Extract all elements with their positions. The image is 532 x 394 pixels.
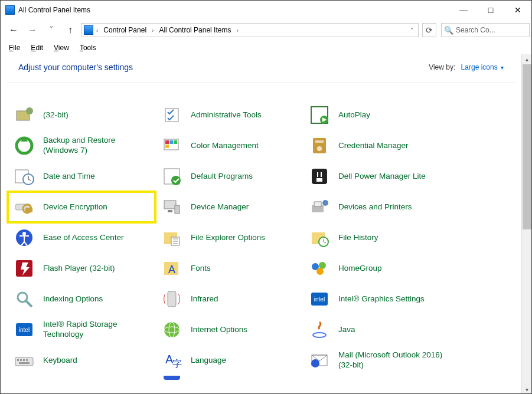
svg-point-42: [18, 293, 27, 302]
svg-rect-58: [19, 362, 30, 364]
svg-rect-31: [314, 202, 321, 206]
item-label: HomeGroup: [338, 264, 382, 274]
address-dropdown-button[interactable]: ˅: [408, 27, 416, 34]
item-homegroup[interactable]: HomeGroup: [303, 253, 462, 284]
item-infrared[interactable]: Infrared: [155, 284, 303, 314]
item-indexing[interactable]: Indexing Options: [8, 284, 155, 314]
item-autoplay[interactable]: AutoPlay: [303, 100, 462, 130]
item-devmgr[interactable]: Device Manager: [155, 192, 303, 222]
item-label: Mail (Microsoft Outlook 2016) (32-bit): [338, 350, 456, 370]
item-label: File Explorer Options: [191, 233, 265, 243]
forward-button[interactable]: →: [24, 22, 41, 38]
item-defprog[interactable]: Default Programs: [155, 161, 303, 192]
svg-rect-12: [165, 145, 169, 148]
item-ease[interactable]: Ease of Access Center: [8, 222, 155, 253]
keyboard-icon: [14, 350, 35, 371]
item-devenc[interactable]: Device Encryption: [8, 192, 155, 222]
back-button[interactable]: ←: [5, 22, 22, 38]
scroll-down-button[interactable]: ▾: [522, 385, 531, 394]
item-colormgmt[interactable]: Color Management: [155, 130, 303, 161]
breadcrumb-control-panel[interactable]: Control Panel: [101, 25, 149, 35]
item-devprint[interactable]: Devices and Printers: [303, 192, 462, 222]
item-label: Ease of Access Center: [43, 233, 124, 243]
item-language[interactable]: A字Language: [155, 345, 303, 376]
colormgmt-icon: [161, 135, 182, 156]
item-netshare[interactable]: Network and Sharing: [155, 376, 303, 384]
feopt-icon: [161, 227, 182, 248]
filehist-icon: [309, 227, 330, 248]
refresh-button[interactable]: ⟳: [422, 23, 436, 37]
chevron-right-icon: ›: [151, 27, 155, 34]
item-label: Default Programs: [191, 172, 253, 182]
credmgr-icon: [309, 135, 330, 156]
svg-text:字: 字: [172, 359, 182, 369]
item-label: Device Encryption: [43, 202, 107, 212]
breadcrumb-all-items[interactable]: All Control Panel Items: [156, 25, 233, 35]
menu-bar: File Edit View Tools: [1, 41, 531, 54]
item-mail[interactable]: Mail (Microsoft Outlook 2016) (32-bit): [303, 345, 462, 376]
view-by-control[interactable]: View by: Large icons ▾: [429, 63, 504, 71]
recent-locations-button[interactable]: ˅: [43, 22, 60, 38]
menu-edit[interactable]: Edit: [26, 42, 48, 53]
minimize-button[interactable]: —: [450, 1, 477, 19]
search-placeholder: Search Co...: [456, 26, 495, 34]
up-button[interactable]: ↑: [62, 22, 79, 38]
svg-rect-56: [23, 359, 25, 361]
title-bar: All Control Panel Items — □ ✕: [1, 1, 531, 19]
svg-rect-29: [175, 205, 179, 214]
search-box[interactable]: 🔍 Search Co...: [441, 23, 530, 37]
svg-rect-26: [25, 208, 32, 212]
item-backup[interactable]: Backup and Restore (Windows 7): [8, 130, 155, 161]
caret-down-icon: ▾: [501, 64, 504, 71]
item-java[interactable]: Java: [303, 314, 462, 345]
menu-file[interactable]: File: [4, 42, 25, 53]
datetime-icon: [14, 166, 35, 187]
item-intelrst[interactable]: intelIntel® Rapid Storage Technology: [8, 314, 155, 345]
svg-rect-54: [17, 359, 19, 361]
item-intelgfx[interactable]: intelIntel® Graphics Settings: [303, 284, 462, 314]
item-datetime[interactable]: Date and Time: [8, 161, 155, 192]
item-filehist[interactable]: File History: [303, 222, 462, 253]
view-by-label: View by:: [429, 63, 455, 71]
menu-tools[interactable]: Tools: [75, 42, 101, 53]
close-button[interactable]: ✕: [504, 1, 531, 19]
item-label: Devices and Printers: [338, 202, 412, 212]
ease-icon: [14, 227, 35, 248]
indexing-icon: [14, 288, 35, 310]
inetopt-icon: [161, 319, 182, 340]
language-icon: A字: [161, 350, 182, 371]
homegroup-icon: [309, 258, 330, 279]
item-label: Java: [338, 325, 355, 335]
item-keyboard[interactable]: Keyboard: [8, 345, 155, 376]
item-dellpower[interactable]: Dell Power Manager Lite: [303, 161, 462, 192]
maximize-button[interactable]: □: [477, 1, 504, 19]
control-panel-mini-icon: [84, 25, 93, 35]
address-bar[interactable]: › Control Panel › All Control Panel Item…: [81, 23, 419, 37]
svg-rect-11: [174, 140, 177, 144]
svg-rect-53: [15, 357, 33, 366]
item-label: Administrative Tools: [191, 110, 262, 120]
item-admintools[interactable]: Administrative Tools: [155, 100, 303, 130]
svg-point-49: [164, 322, 179, 337]
scroll-thumb[interactable]: [523, 64, 531, 229]
item-inetopt[interactable]: Internet Options: [155, 314, 303, 345]
item-flash[interactable]: Flash Player (32-bit): [8, 253, 155, 284]
item-32bit[interactable]: (32-bit): [8, 100, 155, 130]
item-label: Keyboard: [43, 356, 77, 366]
menu-view[interactable]: View: [49, 42, 74, 53]
item-label: (32-bit): [43, 110, 68, 120]
item-fonts[interactable]: AFonts: [155, 253, 303, 284]
item-feopt[interactable]: File Explorer Options: [155, 222, 303, 253]
devenc-icon: [14, 196, 35, 218]
svg-rect-57: [26, 359, 28, 361]
vertical-scrollbar[interactable]: ▴ ▾: [521, 54, 531, 394]
scroll-up-button[interactable]: ▴: [522, 54, 531, 64]
item-credmgr[interactable]: Credential Manager: [303, 130, 462, 161]
item-label: Infrared: [191, 294, 218, 304]
intelgfx-icon: intel: [309, 288, 330, 310]
items-grid: (32-bit)Administrative ToolsAutoPlayBack…: [1, 83, 521, 388]
view-by-value: Large icons: [461, 63, 498, 71]
svg-text:intel: intel: [19, 327, 30, 333]
svg-rect-44: [168, 291, 176, 307]
item-label: Language: [191, 356, 226, 366]
